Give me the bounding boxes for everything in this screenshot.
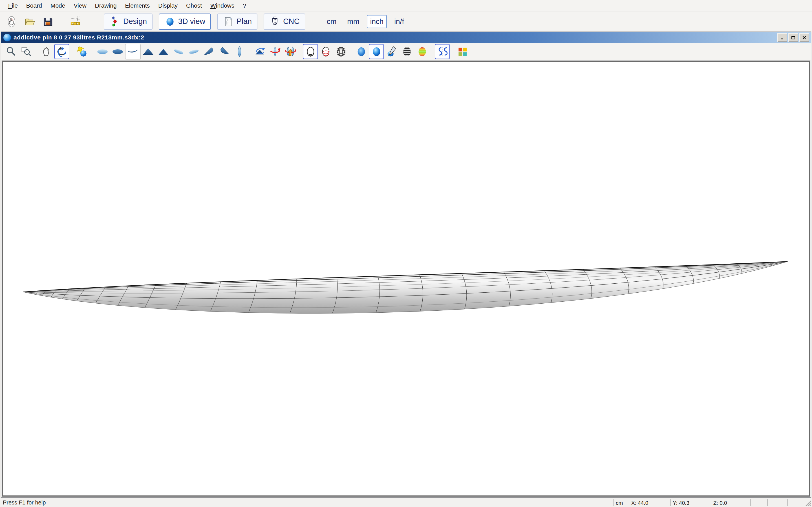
menu-bar: File Board Mode View Drawing Elements Di… — [0, 0, 812, 11]
unit-toggles: cm mm inch in/f — [323, 15, 407, 28]
view-perspective-2-icon[interactable] — [186, 44, 201, 59]
menu-mode[interactable]: Mode — [46, 1, 70, 10]
view-bottom-icon[interactable] — [110, 44, 125, 59]
minimize-button[interactable] — [777, 33, 787, 42]
3d-view-label: 3D view — [178, 17, 205, 26]
document-titlebar[interactable]: addictive pin 8 0 27 93litres R213mm.s3d… — [1, 32, 811, 43]
display-shaded-icon[interactable] — [354, 44, 369, 59]
status-y-panel: Y: 40.3 — [670, 499, 710, 506]
resize-grip[interactable] — [804, 499, 811, 506]
document-title: addictive pin 8 0 27 93litres R213mm.s3d… — [13, 34, 776, 41]
cnc-tool-icon — [269, 16, 281, 27]
view-back-icon[interactable] — [156, 44, 171, 59]
main-toolbar: Design 3D view Plan CNC cm mm inch in/f — [0, 11, 812, 32]
display-zebra-icon[interactable] — [399, 44, 414, 59]
status-empty-panel — [769, 499, 785, 506]
rotate-vertical-icon[interactable] — [283, 44, 298, 59]
unit-cm[interactable]: cm — [323, 15, 340, 28]
pan-icon[interactable] — [39, 44, 54, 59]
menu-help[interactable]: ? — [239, 1, 250, 10]
zoom-icon[interactable] — [3, 44, 18, 59]
view-side-icon[interactable] — [125, 44, 140, 59]
design-nodes-icon — [109, 16, 121, 27]
view-outline-icon[interactable] — [232, 44, 247, 59]
status-help-text: Press F1 for help — [3, 499, 46, 506]
display-paint-icon[interactable] — [384, 44, 399, 59]
plan-mode-button[interactable]: Plan — [217, 13, 257, 30]
view-perspective-1-icon[interactable] — [171, 44, 186, 59]
symmetry-icon[interactable] — [435, 44, 450, 59]
menu-display[interactable]: Display — [154, 1, 182, 10]
unit-mm[interactable]: mm — [344, 15, 363, 28]
rotate-horizontal-icon[interactable] — [267, 44, 283, 59]
new-board-icon[interactable] — [3, 14, 20, 30]
shape3d-application: { "menu": { "items": ["File", "Board", "… — [0, 0, 812, 507]
menu-windows[interactable]: Windows — [206, 1, 239, 10]
flip-board-icon[interactable] — [252, 44, 267, 59]
3d-viewport[interactable] — [2, 61, 810, 497]
plan-label: Plan — [237, 17, 252, 26]
unit-inch[interactable]: inch — [367, 15, 387, 28]
3d-view-mode-button[interactable]: 3D view — [159, 13, 211, 30]
plan-document-icon — [223, 16, 234, 27]
zoom-window-icon[interactable] — [18, 44, 34, 59]
status-empty-panel — [753, 499, 768, 506]
view-front-icon[interactable] — [140, 44, 156, 59]
document-window: addictive pin 8 0 27 93litres R213mm.s3d… — [1, 32, 811, 498]
design-mode-button[interactable]: Design — [104, 13, 153, 30]
menu-drawing[interactable]: Drawing — [91, 1, 121, 10]
menu-file[interactable]: File — [4, 1, 22, 10]
menu-view[interactable]: View — [69, 1, 91, 10]
display-mesh-icon[interactable] — [333, 44, 349, 59]
dimensions-icon[interactable] — [67, 14, 84, 30]
view-toolbar — [1, 43, 811, 60]
display-smooth-icon[interactable] — [369, 44, 384, 59]
view-perspective-4-icon[interactable] — [216, 44, 232, 59]
quad-view-icon[interactable] — [455, 44, 470, 59]
display-wireframe-icon[interactable] — [303, 44, 318, 59]
design-label: Design — [123, 17, 147, 26]
document-icon — [3, 34, 11, 41]
status-bar: Press F1 for help cm X: 44.0 Y: 40.3 Z: … — [0, 498, 812, 507]
menu-board[interactable]: Board — [22, 1, 46, 10]
display-slices-icon[interactable] — [318, 44, 333, 59]
close-button[interactable] — [799, 33, 809, 42]
cnc-mode-button[interactable]: CNC — [264, 13, 305, 30]
board-3d-render — [3, 62, 809, 496]
display-curvature-icon[interactable] — [414, 44, 430, 59]
status-unit-panel: cm — [613, 499, 627, 506]
menu-elements[interactable]: Elements — [121, 1, 154, 10]
open-icon[interactable] — [21, 14, 38, 30]
maximize-button[interactable] — [788, 33, 798, 42]
view-top-icon[interactable] — [95, 44, 110, 59]
sphere-icon — [164, 16, 175, 27]
save-icon[interactable] — [40, 14, 56, 30]
unit-inf[interactable]: in/f — [391, 15, 407, 28]
rotate-3d-icon[interactable] — [54, 44, 69, 59]
shaded-render-icon[interactable] — [74, 44, 90, 59]
cnc-label: CNC — [283, 17, 300, 26]
status-x-panel: X: 44.0 — [629, 499, 669, 506]
menu-ghost[interactable]: Ghost — [182, 1, 206, 10]
status-z-panel: Z: 0.0 — [711, 499, 751, 506]
view-perspective-3-icon[interactable] — [201, 44, 216, 59]
status-empty-panel — [788, 499, 801, 506]
